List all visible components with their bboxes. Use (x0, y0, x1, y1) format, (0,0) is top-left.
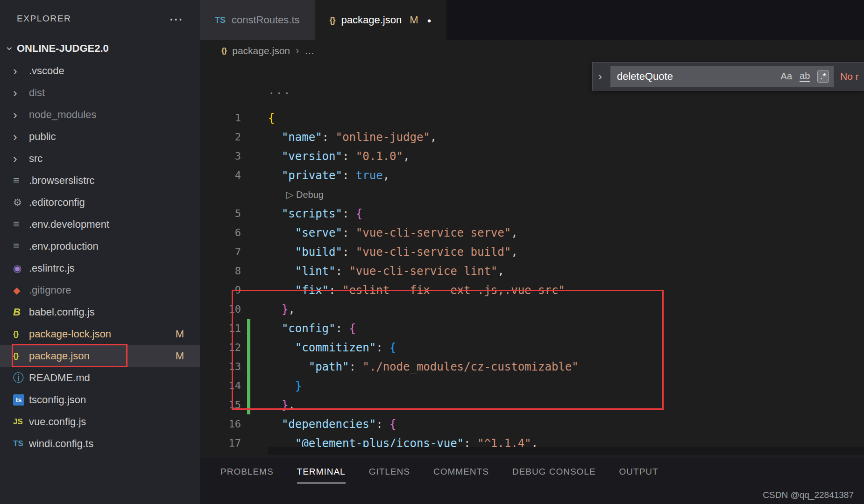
chevron-right-icon: › (13, 153, 27, 165)
code-editor[interactable]: ... 1{2 "name": "online-judge",3 "versio… (200, 62, 864, 457)
code-line-13[interactable]: 13 "path": "./node_modules/cz-customizab… (200, 357, 864, 376)
match-case-icon[interactable]: Aa (781, 71, 792, 82)
file-name: tsconfig.json (29, 394, 86, 406)
code-line-2[interactable]: 2 "name": "online-judge", (200, 127, 864, 147)
token: , (511, 226, 517, 239)
code-line-3[interactable]: 3 "version": "0.1.0", (200, 147, 864, 166)
code-line-6[interactable]: 6 "serve": "vue-cli-service serve", (200, 223, 864, 242)
tree-item-package.json[interactable]: {}package.jsonM (0, 345, 200, 367)
tree-item-README.md[interactable]: ⓘREADME.md (0, 367, 200, 389)
file-name: dist (29, 87, 45, 99)
line-number: 13 (200, 361, 241, 372)
code-line-15[interactable]: 15 }, (200, 395, 864, 414)
panel-tab-terminal[interactable]: TERMINAL (297, 467, 346, 483)
code-line-5[interactable]: 5 "scripts": { (200, 204, 864, 223)
line-number: 12 (200, 342, 241, 353)
tree-item-public[interactable]: ›public (0, 126, 200, 147)
panel-tab-problems[interactable]: PROBLEMS (220, 467, 274, 483)
token: } (295, 379, 302, 392)
panel-tab-comments[interactable]: COMMENTS (433, 467, 489, 483)
code-line-8[interactable]: 8 "lint": "vue-cli-service lint", (200, 261, 864, 280)
tree-item-.editorconfig[interactable]: ⚙.editorconfig (0, 191, 200, 213)
token: "vue-cli-service build" (356, 245, 511, 259)
find-widget: › Aa ab .* No r (592, 62, 864, 91)
gutter-spacer (247, 147, 250, 166)
code-text: "name": "online-judge", (268, 131, 437, 144)
code-line-7[interactable]: 7 "build": "vue-cli-service build", (200, 242, 864, 261)
panel-tab-output[interactable]: OUTPUT (619, 467, 659, 483)
horizontal-scrollbar[interactable] (268, 447, 864, 455)
tree-item-.env.development[interactable]: ≡.env.development (0, 213, 200, 235)
list-icon: ≡ (13, 218, 27, 231)
token: "lint" (295, 265, 336, 278)
explorer-sidebar: EXPLORER ⋯ › ONLINE-JUDGE2.0 ›.vscode›di… (0, 0, 200, 504)
code-line-16[interactable]: 16 "dependencies": { (200, 414, 864, 434)
codelens-debug-link[interactable]: ▷ Debug (286, 189, 324, 200)
eslint-icon: ◉ (13, 263, 27, 274)
tree-item-.gitignore[interactable]: ◆.gitignore (0, 279, 200, 301)
token: { (349, 322, 355, 335)
project-root-item[interactable]: › ONLINE-JUDGE2.0 (0, 37, 200, 60)
code-line-12[interactable]: 12 "commitizen": { (200, 338, 864, 357)
file-name: .gitignore (29, 284, 71, 296)
gutter-spacer (247, 261, 250, 280)
tree-item-.vscode[interactable]: ›.vscode (0, 60, 200, 82)
breadcrumb-file[interactable]: package.json (232, 45, 290, 56)
code-line-11[interactable]: 11 "config": { (200, 319, 864, 338)
git-modified-badge: M (410, 14, 418, 26)
code-line-1[interactable]: 1{ (200, 108, 864, 127)
tree-item-vue.config.js[interactable]: JSvue.config.js (0, 411, 200, 433)
file-name: .env.production (29, 240, 99, 252)
code-text: "scripts": { (268, 207, 362, 220)
tree-item-windi.config.ts[interactable]: TSwindi.config.ts (0, 433, 200, 455)
babel-icon: B (13, 306, 27, 318)
regex-icon[interactable]: .* (817, 70, 829, 83)
find-replace-toggle[interactable]: › (593, 63, 608, 90)
codelens-row: ▷ Debug (200, 185, 864, 204)
line-number: 17 (200, 437, 241, 449)
token: , (403, 150, 410, 163)
code-line-4[interactable]: 4 "private": true, (200, 166, 864, 185)
tree-item-tsconfig.json[interactable]: tstsconfig.json (0, 389, 200, 411)
token: "vue-cli-service lint" (349, 265, 497, 278)
tree-item-.browserslistrc[interactable]: ≡.browserslistrc (0, 169, 200, 191)
token: : (336, 322, 349, 335)
tree-item-.env.production[interactable]: ≡.env.production (0, 235, 200, 257)
panel-tab-gitlens[interactable]: GITLENS (369, 467, 410, 483)
tree-item-node_modules[interactable]: ›node_modules (0, 104, 200, 126)
token: , (430, 131, 437, 144)
tree-item-babel.config.js[interactable]: Bbabel.config.js (0, 301, 200, 323)
folded-code-ellipsis[interactable]: ... (268, 84, 291, 97)
js-icon: JS (13, 417, 27, 427)
tree-item-package-lock.json[interactable]: {}package-lock.jsonM (0, 323, 200, 345)
code-line-14[interactable]: 14 } (200, 376, 864, 395)
chevron-right-icon: › (13, 87, 27, 99)
tree-item-src[interactable]: ›src (0, 147, 200, 169)
more-actions-icon[interactable]: ⋯ (169, 11, 183, 27)
code-line-9[interactable]: 9 "fix": "eslint --fix --ext .js,.vue sr… (200, 280, 864, 300)
tab-constRoutes.ts[interactable]: TSconstRoutes.ts (200, 0, 315, 40)
token: "version" (282, 150, 342, 163)
token: : (342, 207, 356, 220)
code-text: "commitizen": { (268, 341, 397, 354)
gutter-spacer (247, 434, 250, 453)
token: "build" (295, 245, 342, 259)
gutter-spacer (247, 204, 250, 223)
dirty-indicator[interactable]: ● (427, 16, 432, 24)
tab-package.json[interactable]: {}package.jsonM● (315, 0, 446, 40)
token: "scripts" (282, 207, 342, 220)
breadcrumb-more[interactable]: … (305, 45, 314, 56)
chevron-right-icon: › (13, 109, 27, 121)
panel-tab-debug-console[interactable]: DEBUG CONSOLE (512, 467, 596, 483)
file-name: src (29, 153, 42, 165)
token: : (336, 265, 349, 278)
file-name: .eslintrc.js (29, 262, 75, 274)
file-name: .env.development (29, 218, 109, 231)
whole-word-icon[interactable]: ab (800, 71, 810, 82)
tree-item-dist[interactable]: ›dist (0, 82, 200, 104)
gutter-spacer (247, 414, 250, 434)
modified-gutter-marker (247, 395, 250, 414)
code-line-10[interactable]: 10 }, (200, 300, 864, 319)
list-icon: ≡ (13, 174, 27, 187)
tree-item-.eslintrc.js[interactable]: ◉.eslintrc.js (0, 257, 200, 279)
